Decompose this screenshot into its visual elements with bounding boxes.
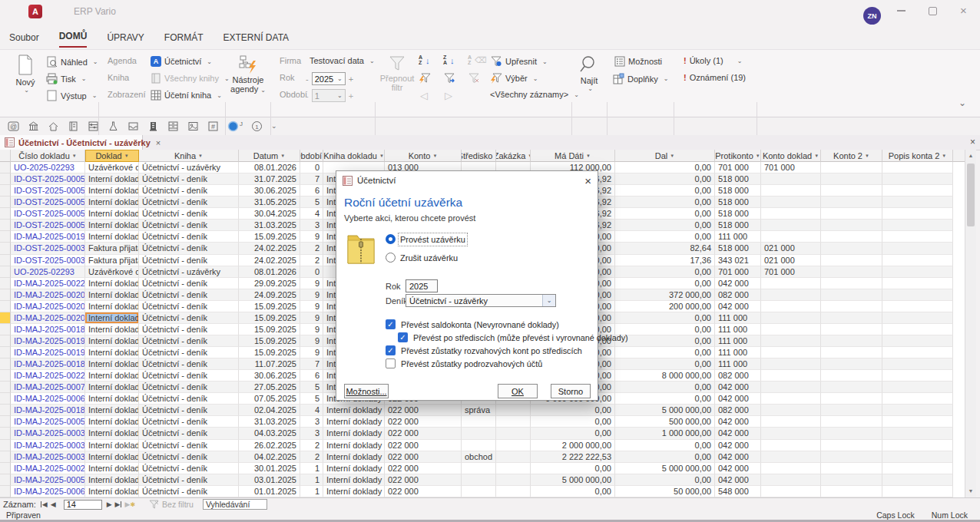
cell-konto-2[interactable]: [821, 358, 882, 370]
cell-kniha[interactable]: Účetnictví - deník: [139, 208, 239, 220]
cell-číslo-dokladu[interactable]: ID-OST-2025-0005: [11, 220, 85, 231]
agenda-tools-button[interactable]: Nástroje agendy⌄: [229, 55, 267, 94]
rok-input[interactable]: 2025: [406, 279, 438, 292]
cell-konto-2[interactable]: [821, 197, 882, 208]
dialog-ok-button[interactable]: OK: [498, 384, 538, 398]
row-selector[interactable]: [0, 301, 11, 312]
cell-datum[interactable]: 30.01.2025: [239, 463, 300, 474]
cell-dal[interactable]: 50 000,00: [615, 486, 715, 497]
cell-doklad[interactable]: Interní doklad: [85, 358, 139, 370]
cell-protikonto[interactable]: 701 000: [715, 162, 761, 173]
column-filter-arrow-icon[interactable]: ▼: [670, 154, 674, 158]
cell-dal[interactable]: 500 000,00: [615, 416, 715, 428]
radio-option-1[interactable]: Provést uzávěrku: [386, 234, 465, 244]
options-button[interactable]: Možnosti: [614, 56, 662, 67]
cell-středisko[interactable]: [462, 416, 496, 428]
cell-konto-doklad[interactable]: 701 000: [761, 266, 821, 278]
cell-kniha[interactable]: Účetnictví - deník: [139, 243, 239, 254]
agenda-select[interactable]: A Účetnictví⌄: [151, 56, 212, 67]
cell-popis-konta-2[interactable]: [882, 358, 953, 370]
cell-dal[interactable]: 0,00: [615, 440, 715, 451]
selection-filter-button[interactable]: Výběr⌄: [490, 73, 538, 84]
cell-protikonto[interactable]: 042 000: [715, 393, 761, 405]
cell-konto-2[interactable]: [821, 278, 882, 289]
presence-status-icon[interactable]: J: [227, 121, 243, 132]
cell-doklad[interactable]: Uzávěrkové ope: [85, 162, 139, 173]
cell-dal[interactable]: 372 000,00: [615, 289, 715, 301]
table-row[interactable]: ID-MAJ-2025-0006Interní dokladÚčetnictví…: [0, 486, 965, 497]
cell-doklad[interactable]: Interní doklad: [85, 185, 139, 197]
cell-období[interactable]: 0: [300, 266, 323, 278]
cell-kniha[interactable]: Účetnictví - deník: [139, 173, 239, 185]
toolbar-overflow-chevron-icon[interactable]: ⌄: [271, 122, 277, 130]
column-filter-arrow-icon[interactable]: ▼: [124, 154, 129, 158]
cell-číslo-dokladu[interactable]: ID-MAJ-2025-0005: [11, 416, 85, 428]
cell-protikonto[interactable]: 701 000: [715, 266, 761, 278]
cell-konto-doklad[interactable]: 021 000: [761, 243, 821, 254]
cell-období[interactable]: 9: [300, 312, 323, 324]
cell-číslo-dokladu[interactable]: ID-OST-2025-0005: [11, 173, 85, 185]
cell-kniha-dokladu[interactable]: Interní doklady: [323, 440, 385, 451]
rok-plus-button[interactable]: +: [349, 74, 353, 84]
column-header-číslo-dokladu[interactable]: Číslo dokladu▼: [11, 150, 85, 162]
cell-protikonto[interactable]: 042 000: [715, 278, 761, 289]
cell-číslo-dokladu[interactable]: ID-MAJ-2025-0018: [11, 405, 85, 416]
cell-období[interactable]: 9: [300, 335, 323, 347]
row-selector[interactable]: [0, 197, 11, 208]
cell-číslo-dokladu[interactable]: ID-MAJ-2025-0018: [11, 324, 85, 335]
cell-konto-doklad[interactable]: [761, 463, 821, 474]
sort-descending-button[interactable]: ZA↓: [443, 55, 455, 65]
cell-středisko[interactable]: [462, 428, 496, 439]
cell-popis-konta-2[interactable]: [882, 428, 953, 439]
cell-protikonto[interactable]: 042 000: [715, 463, 761, 474]
cell-číslo-dokladu[interactable]: ID-MAJ-2025-0019: [11, 335, 85, 347]
cell-období[interactable]: 5: [300, 393, 323, 405]
cell-dal[interactable]: 0,00: [615, 173, 715, 185]
dialog-title-bar[interactable]: Účetnictví ×: [336, 171, 598, 190]
column-header-konto[interactable]: Konto▼: [385, 150, 462, 162]
filter-by-selection-button[interactable]: [419, 72, 431, 84]
cell-protikonto[interactable]: 518 000: [715, 243, 761, 254]
find-button[interactable]: Najít ⌄: [574, 55, 604, 92]
cell-středisko[interactable]: [462, 440, 496, 451]
cell-protikonto[interactable]: 111 000: [715, 347, 761, 358]
column-header-středisko[interactable]: Středisko▼: [462, 150, 496, 162]
cell-datum[interactable]: 08.01.2026: [239, 162, 300, 173]
cell-doklad[interactable]: Interní doklad: [85, 301, 139, 312]
cell-popis-konta-2[interactable]: [882, 416, 953, 428]
cell-konto-doklad[interactable]: [761, 393, 821, 405]
cell-konto-2[interactable]: [821, 428, 882, 439]
preview-button[interactable]: Náhled⌄: [46, 56, 98, 68]
cell-kniha[interactable]: Účetnictví - deník: [139, 231, 239, 243]
cell-konto[interactable]: 022 000: [385, 486, 462, 497]
tab-close-icon[interactable]: ×: [156, 138, 161, 147]
table-row[interactable]: ID-MAJ-2025-0002Interní dokladÚčetnictví…: [0, 463, 965, 474]
column-header-popis-konta-2[interactable]: Popis konta 2▼: [882, 150, 953, 162]
checkbox-option-2[interactable]: ✓Převést po střediscích (může převést i …: [398, 332, 628, 342]
column-header-zakázka[interactable]: Zakázka▼: [496, 150, 531, 162]
cell-protikonto[interactable]: 111 000: [715, 324, 761, 335]
cell-doklad[interactable]: Interní doklad: [85, 486, 139, 497]
cell-číslo-dokladu[interactable]: ID-MAJ-2025-0019: [11, 347, 85, 358]
cell-období[interactable]: 9: [300, 289, 323, 301]
cell-období[interactable]: 1: [300, 463, 323, 474]
cell-datum[interactable]: 01.01.2025: [239, 486, 300, 497]
cell-konto[interactable]: 022 000: [385, 440, 462, 451]
cell-protikonto[interactable]: 518 000: [715, 173, 761, 185]
column-header-konto-doklad[interactable]: Konto doklad▼: [761, 150, 821, 162]
cell-kniha-dokladu[interactable]: Interní doklady: [323, 451, 385, 463]
cell-dal[interactable]: 5 000 000,00: [615, 463, 715, 474]
circle-one-icon[interactable]: 1: [251, 121, 263, 132]
cell-doklad[interactable]: Interní doklad: [85, 312, 139, 324]
cell-má-dáti[interactable]: 0,00: [531, 463, 615, 474]
cell-datum[interactable]: 15.09.2025: [239, 347, 300, 358]
menu-item-formát[interactable]: FORMÁT: [164, 32, 204, 48]
cell-datum[interactable]: 04.02.2025: [239, 451, 300, 463]
cell-kniha[interactable]: Účetnictví - deník: [139, 486, 239, 497]
row-selector[interactable]: [0, 173, 11, 185]
cell-kniha[interactable]: Účetnictví - deník: [139, 440, 239, 451]
cell-popis-konta-2[interactable]: [882, 162, 953, 173]
cell-konto-2[interactable]: [821, 405, 882, 416]
cell-kniha[interactable]: Účetnictví - deník: [139, 301, 239, 312]
scroll-down-icon[interactable]: ▼: [965, 485, 976, 496]
